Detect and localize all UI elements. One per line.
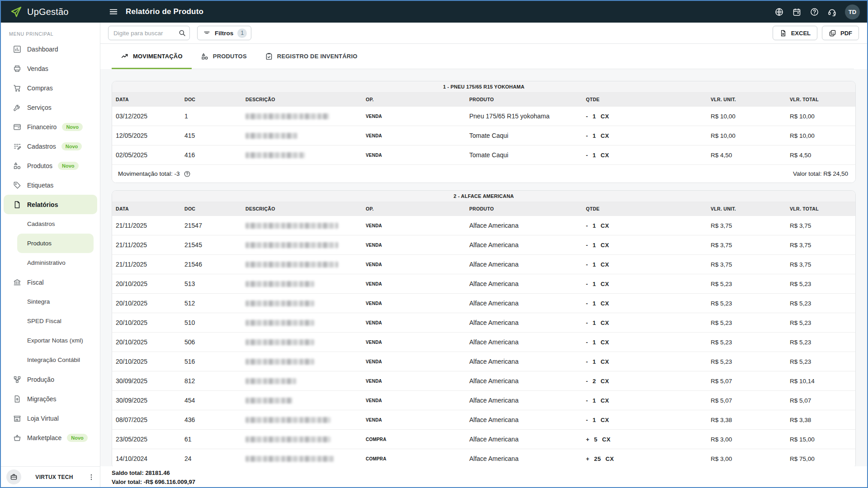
cell-total: R$ 75,00: [790, 455, 855, 462]
help-icon[interactable]: [810, 7, 819, 17]
sidebar-item-fiscal[interactable]: Fiscal: [1, 272, 100, 292]
cell-quantity: - 1 CX: [586, 300, 711, 307]
tab-movimentacao[interactable]: MOVIMENTAÇÃO: [112, 44, 192, 69]
sidebar-item-sintegra[interactable]: Sintegra: [1, 292, 100, 311]
sidebar-item-sped-fiscal[interactable]: SPED Fiscal: [1, 311, 100, 331]
cell-quantity: - 1 CX: [586, 281, 711, 287]
sidebar-item-vendas[interactable]: Vendas: [1, 59, 100, 78]
table-row[interactable]: 12/05/2025415VENDATomate Caqui- 1 CXR$ 1…: [112, 126, 855, 145]
sidebar-item-integracao-contabil[interactable]: Integração Contábil: [1, 350, 100, 370]
sidebar-item-administrativo[interactable]: Administrativo: [1, 253, 100, 272]
sidebar-item-produtos[interactable]: Produtos: [17, 234, 94, 253]
cell-unit-price: R$ 3,38: [711, 417, 790, 423]
cell-product: Alface Americana: [469, 300, 586, 307]
cell-doc: 516: [184, 358, 245, 365]
tab-registro-de-inventario[interactable]: REGISTRO DE INVENTÁRIO: [256, 44, 367, 69]
novo-badge: Novo: [67, 434, 88, 442]
table-row[interactable]: 30/09/2025454VENDAAlface Americana- 1 CX…: [112, 390, 855, 410]
cell-doc: 436: [184, 416, 245, 423]
cell-date: 02/05/2025: [116, 151, 184, 159]
fiscal-icon: [13, 278, 22, 287]
redacted-text-blur: [245, 436, 330, 442]
sidebar-item-marketplace[interactable]: MarketplaceNovo: [1, 428, 100, 447]
cell-date: 20/10/2025: [116, 338, 184, 346]
dots-vertical-icon[interactable]: [87, 473, 95, 481]
table-row[interactable]: 08/07/2025436VENDAAlface Americana- 1 CX…: [112, 410, 855, 429]
table-row[interactable]: 20/10/2025516VENDAAlface Americana- 1 CX…: [112, 352, 855, 371]
table-row[interactable]: 20/10/2025512VENDAAlface Americana- 1 CX…: [112, 293, 855, 313]
column-header: DATA: [116, 97, 184, 102]
table-row[interactable]: 23/05/202561COMPRAAlface Americana+ 5 CX…: [112, 429, 855, 449]
sidebar-nav: DashboardVendasComprasServiçosFinanceiro…: [1, 38, 100, 447]
sidebar-item-loja-virtual[interactable]: Loja Virtual: [1, 408, 100, 428]
app-name: UpGestão: [27, 7, 69, 17]
filters-button[interactable]: Filtros 1: [197, 26, 251, 40]
cell-quantity: + 5 CX: [586, 436, 711, 443]
sidebar-item-exportar-notas-xml[interactable]: Exportar Notas (xml): [1, 331, 100, 350]
search-icon[interactable]: [178, 29, 186, 37]
table-row[interactable]: 21/11/202521546VENDAAlface Americana- 1 …: [112, 254, 855, 274]
sidebar-footer: VIRTUX TECH: [1, 466, 100, 487]
cell-product: Alface Americana: [469, 358, 586, 365]
table-row[interactable]: 20/10/2025506VENDAAlface Americana- 1 CX…: [112, 332, 855, 352]
report-content: 1 - PNEU 175/65 R15 YOKOHAMADATADOCDESCR…: [100, 69, 867, 469]
cell-doc: 415: [184, 132, 245, 139]
table-row[interactable]: 21/11/202521545VENDAAlface Americana- 1 …: [112, 235, 855, 254]
calendar-icon[interactable]: [792, 7, 802, 17]
table-header-row: DATADOCDESCRIÇÃOOP.PRODUTOQTDEVLR. UNIT.…: [112, 93, 855, 106]
column-header: PRODUTO: [469, 97, 586, 102]
table-row[interactable]: 14/10/202424COMPRAAlface Americana+ 25 C…: [112, 449, 855, 468]
cell-total: R$ 5,07: [790, 397, 855, 404]
redacted-text-blur: [245, 456, 334, 462]
company-avatar[interactable]: [6, 469, 21, 484]
sidebar-item-relatorios[interactable]: Relatórios: [4, 195, 97, 214]
producao-icon: [13, 375, 22, 384]
column-header: OP.: [366, 97, 469, 102]
table-row[interactable]: 20/10/2025510VENDAAlface Americana- 1 CX…: [112, 313, 855, 332]
novo-badge: Novo: [61, 142, 82, 150]
sidebar-item-cadastros[interactable]: CadastrosNovo: [1, 136, 100, 156]
help-circle-icon[interactable]: [184, 170, 191, 178]
column-header: VLR. TOTAL: [790, 97, 855, 102]
cell-product: Alface Americana: [469, 319, 586, 326]
cell-date: 23/05/2025: [116, 436, 184, 443]
sidebar-item-servicos[interactable]: Serviços: [1, 98, 100, 117]
cell-date: 03/12/2025: [116, 113, 184, 120]
cell-description-redacted: [245, 320, 366, 326]
sidebar-item-producao[interactable]: Produção: [1, 370, 100, 389]
pdf-export-button[interactable]: PDF: [822, 26, 859, 40]
globe-icon[interactable]: [774, 7, 784, 17]
table-row[interactable]: 02/05/2025416VENDATomate Caqui- 1 CXR$ 4…: [112, 145, 855, 164]
cell-date: 08/07/2025: [116, 416, 184, 423]
table-row[interactable]: 30/09/2025812VENDAAlface Americana- 2 CX…: [112, 371, 855, 390]
sidebar-item-produtos[interactable]: ProdutosNovo: [1, 156, 100, 175]
sidebar-item-label: Marketplace: [27, 434, 61, 441]
sidebar-item-dashboard[interactable]: Dashboard: [1, 39, 100, 59]
search-input[interactable]: [108, 26, 190, 40]
loja-virtual-icon: [13, 414, 22, 423]
sidebar-item-cadastros[interactable]: Cadastros: [1, 214, 100, 234]
sidebar-item-financeiro[interactable]: FinanceiroNovo: [1, 117, 100, 136]
saldo-total: Saldo total: 28181.46: [112, 469, 867, 478]
tab-label: REGISTRO DE INVENTÁRIO: [277, 53, 358, 60]
sidebar-item-label: Exportar Notas (xml): [27, 337, 83, 344]
excel-export-button[interactable]: EXCEL: [773, 26, 817, 40]
cell-product: Alface Americana: [469, 338, 586, 346]
sidebar-item-label: Migrações: [27, 395, 57, 403]
table-row[interactable]: 20/10/2025513VENDAAlface Americana- 1 CX…: [112, 274, 855, 293]
cell-unit-price: R$ 3,75: [711, 261, 790, 268]
cell-product: Alface Americana: [469, 436, 586, 443]
headset-icon[interactable]: [827, 7, 837, 17]
cell-product: Alface Americana: [469, 261, 586, 268]
cell-description-redacted: [245, 242, 366, 248]
redacted-text-blur: [245, 152, 305, 158]
sidebar-item-compras[interactable]: Compras: [1, 78, 100, 98]
sidebar-item-etiquetas[interactable]: Etiquetas: [1, 175, 100, 195]
column-header: VLR. UNIT.: [711, 97, 790, 102]
tab-produtos[interactable]: PRODUTOS: [192, 44, 256, 69]
hamburger-menu-icon[interactable]: [108, 7, 118, 17]
sidebar-item-migracoes[interactable]: Migrações: [1, 389, 100, 408]
user-avatar[interactable]: TD: [845, 5, 860, 19]
table-row[interactable]: 03/12/20251VENDAPneu 175/65 R15 yokohama…: [112, 106, 855, 126]
table-row[interactable]: 21/11/202521547VENDAAlface Americana- 1 …: [112, 216, 855, 235]
